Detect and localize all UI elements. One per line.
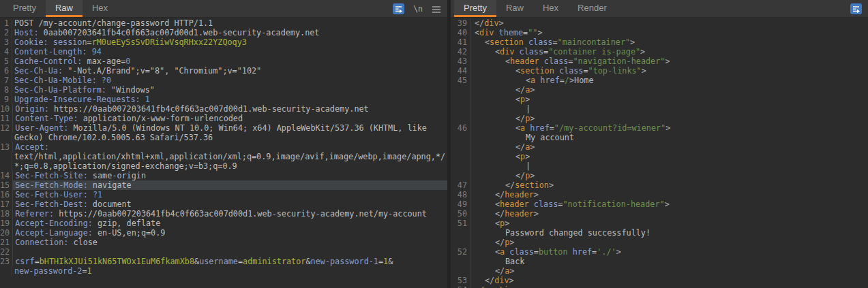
code-row: 54</section> [451, 285, 868, 288]
line-number [451, 238, 470, 247]
code-line[interactable]: Password changed successfully! [470, 228, 868, 238]
line-number: 50 [451, 209, 470, 219]
code-line[interactable]: Cache-Control: max-age=0 [12, 57, 447, 66]
code-line[interactable]: Content-Type: application/x-www-form-url… [13, 114, 447, 123]
line-number: 3 [0, 37, 12, 47]
code-row: 46<a href="/my-account?id=wiener"> [451, 123, 868, 133]
code-line[interactable]: Origin: https://0aab007203641fb4c0f663ac… [13, 104, 447, 114]
code-line[interactable]: </header> [470, 209, 868, 219]
code-row: 49<header class="notification-header"> [451, 199, 868, 209]
line-number: 51 [451, 219, 470, 228]
tab-hex[interactable]: Hex [83, 0, 117, 17]
code-line[interactable]: <a class=button href='./'> [470, 247, 868, 257]
tab-hex[interactable]: Hex [533, 0, 568, 17]
line-number: 5 [0, 57, 12, 66]
code-line[interactable]: Referer: https://0aab007203641fb4c0f663a… [13, 209, 447, 219]
wrap-lines-icon[interactable] [393, 3, 404, 14]
editor-menu-icon[interactable] [432, 5, 441, 13]
code-line[interactable]: new-password-2=1 [12, 266, 447, 276]
request-editor[interactable]: 1POST /my-account/change-password HTTP/1… [0, 18, 447, 288]
code-line[interactable]: Upgrade-Insecure-Requests: 1 [12, 95, 447, 104]
code-line[interactable]: csrf=bHTHIkXJUi51kN65TWOx1EuM6fkamXb8&us… [13, 257, 447, 266]
code-line[interactable]: | [470, 104, 868, 114]
line-number [451, 95, 470, 104]
code-line[interactable]: </section> [470, 285, 868, 288]
code-line[interactable]: | [470, 161, 868, 171]
code-line[interactable]: Sec-Ch-Ua-Platform: "Windows" [12, 85, 447, 95]
code-line[interactable]: <div theme=""> [470, 28, 868, 37]
code-line[interactable]: User-Agent: Mozilla/5.0 (Windows NT 10.0… [13, 123, 447, 133]
code-line[interactable]: *;q=0.8,application/signed-exchange;v=b3… [12, 161, 447, 171]
code-line[interactable]: Back [470, 257, 868, 266]
newline-toggle-icon[interactable]: \n [413, 4, 423, 14]
code-line[interactable]: Gecko) Chrome/102.0.5005.63 Safari/537.3… [12, 133, 447, 142]
code-line[interactable]: Host: 0aab007203641fb4c0f663ac007d00d1.w… [12, 28, 447, 37]
code-line[interactable]: <p> [470, 219, 868, 228]
line-number: 20 [0, 228, 13, 238]
code-line[interactable]: Accept-Language: en-US,en;q=0.9 [13, 228, 447, 238]
code-line[interactable]: <div class="container is-page"> [470, 47, 868, 57]
wrap-lines-icon[interactable] [850, 3, 862, 14]
code-row: 40<div theme=""> [451, 28, 868, 37]
code-line[interactable]: POST /my-account/change-password HTTP/1.… [12, 18, 447, 28]
code-line[interactable]: Sec-Fetch-User: ?1 [13, 190, 447, 199]
line-number: 11 [0, 114, 13, 123]
code-line[interactable]: </a> [470, 142, 868, 152]
code-row: 45<a href=/>Home [451, 76, 868, 85]
request-editor-controls: \n [393, 0, 447, 17]
code-line[interactable]: Accept-Encoding: gzip, deflate [13, 219, 447, 228]
line-number: 46 [451, 123, 470, 133]
line-number: 47 [451, 180, 470, 190]
response-editor[interactable]: 39</div>40<div theme="">41<section class… [451, 18, 868, 288]
code-line[interactable]: Content-Length: 94 [12, 47, 447, 57]
code-line[interactable]: </div> [470, 276, 868, 285]
line-number: 44 [451, 66, 470, 76]
code-line[interactable]: Connection: close [13, 238, 447, 247]
code-line[interactable]: <p> [470, 95, 868, 104]
tab-pretty[interactable]: Pretty [454, 0, 496, 17]
code-line[interactable]: Sec-Fetch-Dest: document [13, 199, 447, 209]
line-number: 7 [0, 76, 12, 85]
code-row: <p> [451, 152, 868, 161]
tab-pretty[interactable]: Pretty [3, 0, 46, 17]
code-line[interactable]: </section> [470, 180, 868, 190]
tab-raw[interactable]: Raw [496, 0, 533, 17]
code-line[interactable]: <a href="/my-account?id=wiener"> [470, 123, 868, 133]
code-row: *;q=0.8,application/signed-exchange;v=b3… [0, 161, 447, 171]
code-line[interactable]: </p> [470, 171, 868, 180]
code-line[interactable]: </div> [470, 18, 868, 28]
code-line[interactable]: </p> [470, 114, 868, 123]
code-row: Back [451, 257, 868, 266]
code-line[interactable]: Sec-Ch-Ua-Mobile: ?0 [12, 76, 447, 85]
code-line[interactable]: My account [470, 133, 868, 142]
code-row: 44<section class="top-links"> [451, 66, 868, 76]
code-line[interactable]: <p> [470, 152, 868, 161]
line-number [451, 133, 470, 142]
code-line[interactable]: </a> [470, 85, 868, 95]
code-line[interactable]: Cookie: session=rM0ueEySsSvDRiiwVsqRHxx2… [12, 37, 447, 47]
code-line[interactable]: </a> [470, 266, 868, 276]
code-line[interactable]: <header class="notification-header"> [470, 199, 868, 209]
code-line[interactable] [13, 247, 447, 257]
code-line[interactable]: <header class="navigation-header"> [470, 57, 868, 66]
line-number [451, 85, 470, 95]
tab-raw[interactable]: Raw [46, 0, 83, 17]
code-line[interactable]: text/html,application/xhtml+xml,applicat… [12, 152, 447, 161]
line-number: 53 [451, 276, 470, 285]
code-line[interactable]: Sec-Fetch-Site: same-origin [13, 171, 447, 180]
tab-render[interactable]: Render [568, 0, 616, 17]
code-line[interactable]: <a href=/>Home [470, 76, 868, 85]
line-number [451, 161, 470, 171]
code-line[interactable]: </header> [470, 190, 868, 199]
code-line[interactable]: <section class="top-links"> [470, 66, 868, 76]
line-number [0, 161, 12, 171]
code-row: </a> [451, 85, 868, 95]
code-line[interactable]: Accept: [13, 142, 447, 152]
code-line[interactable]: </p> [470, 238, 868, 247]
code-line[interactable]: <section class="maincontainer"> [470, 37, 868, 47]
code-row: 13Accept: [0, 142, 447, 152]
code-row: 42<div class="container is-page"> [451, 47, 868, 57]
code-row: 41<section class="maincontainer"> [451, 37, 868, 47]
code-line[interactable]: Sec-Ch-Ua: "-Not.A/Brand";v="8", "Chromi… [12, 66, 447, 76]
code-line[interactable]: Sec-Fetch-Mode: navigate [13, 180, 447, 190]
